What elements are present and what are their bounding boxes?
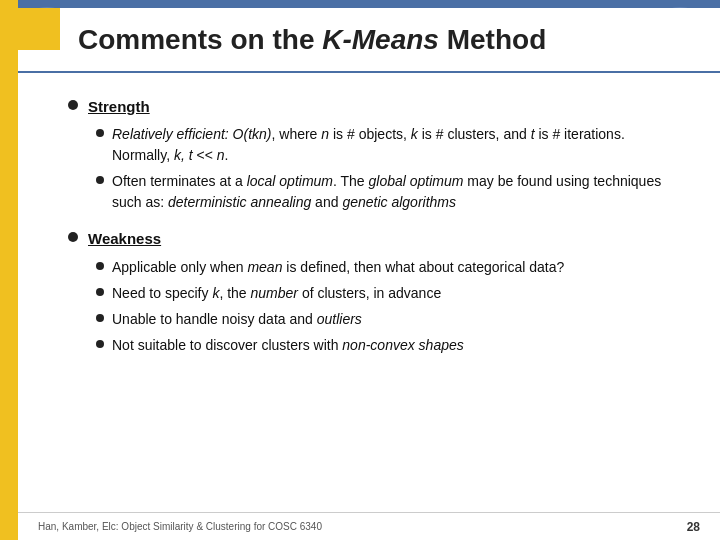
strength-title: Strength bbox=[88, 95, 150, 118]
strength-sub-bullets: Relatively efficient: O(tkn), where n is… bbox=[96, 124, 680, 213]
footer-credit: Han, Kamber, Elc: Object Similarity & Cl… bbox=[38, 521, 322, 532]
strength-bullet-2: Often terminates at a local optimum. The… bbox=[96, 171, 680, 213]
strength-text-1: Relatively efficient: O(tkn), where n is… bbox=[112, 124, 680, 166]
sub-bullet-dot-2 bbox=[96, 176, 104, 184]
slide-title: Comments on the K-Means Method bbox=[78, 24, 546, 56]
weakness-sub-dot-1 bbox=[96, 262, 104, 270]
strength-section: Strength Relatively efficient: O(tkn), w… bbox=[68, 95, 680, 213]
main-bullet-dot-2 bbox=[68, 232, 78, 242]
strength-main-bullet: Strength bbox=[68, 95, 680, 118]
weakness-text-4: Not suitable to discover clusters with n… bbox=[112, 335, 464, 356]
accent-bar bbox=[0, 0, 18, 540]
weakness-bullet-2: Need to specify k, the number of cluster… bbox=[96, 283, 680, 304]
weakness-sub-dot-2 bbox=[96, 288, 104, 296]
weakness-bullet-3: Unable to handle noisy data and outliers bbox=[96, 309, 680, 330]
strength-text-2: Often terminates at a local optimum. The… bbox=[112, 171, 680, 213]
main-bullet-dot bbox=[68, 100, 78, 110]
sub-bullet-dot-1 bbox=[96, 129, 104, 137]
weakness-text-3: Unable to handle noisy data and outliers bbox=[112, 309, 362, 330]
title-italic: K-Means bbox=[322, 24, 439, 55]
weakness-sub-bullets: Applicable only when mean is defined, th… bbox=[96, 257, 680, 356]
weakness-bullet-1: Applicable only when mean is defined, th… bbox=[96, 257, 680, 278]
footer: Han, Kamber, Elc: Object Similarity & Cl… bbox=[18, 512, 720, 540]
title-bar: Comments on the K-Means Method bbox=[18, 8, 720, 73]
weakness-main-bullet: Weakness bbox=[68, 227, 680, 250]
weakness-text-1: Applicable only when mean is defined, th… bbox=[112, 257, 564, 278]
weakness-section: Weakness Applicable only when mean is de… bbox=[68, 227, 680, 355]
weakness-text-2: Need to specify k, the number of cluster… bbox=[112, 283, 441, 304]
weakness-bullet-4: Not suitable to discover clusters with n… bbox=[96, 335, 680, 356]
weakness-title: Weakness bbox=[88, 227, 161, 250]
strength-bullet-1: Relatively efficient: O(tkn), where n is… bbox=[96, 124, 680, 166]
weakness-sub-dot-3 bbox=[96, 314, 104, 322]
small-square-accent bbox=[18, 8, 60, 50]
weakness-sub-dot-4 bbox=[96, 340, 104, 348]
footer-page-number: 28 bbox=[687, 520, 700, 534]
top-stripe bbox=[18, 0, 720, 8]
main-content: Strength Relatively efficient: O(tkn), w… bbox=[18, 75, 720, 510]
